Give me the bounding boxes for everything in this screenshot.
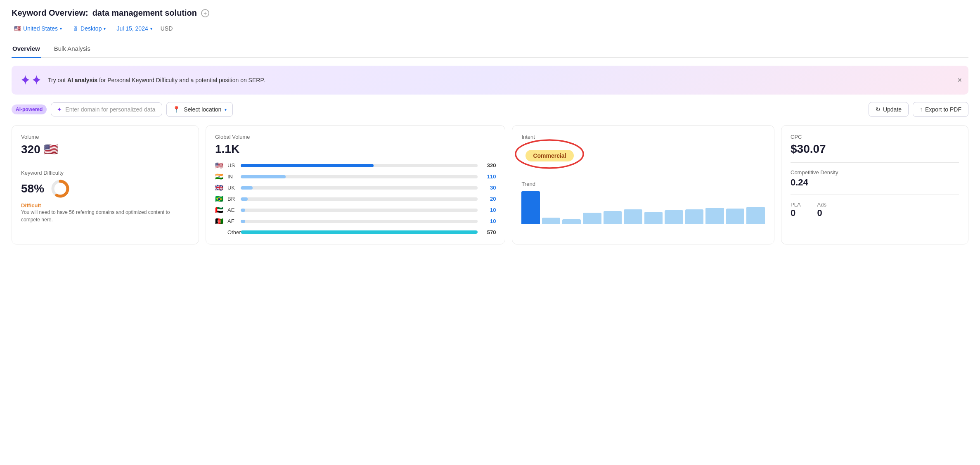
af-code: AF <box>227 218 237 224</box>
trend-bar-7 <box>665 210 683 224</box>
country-flag: 🇺🇸 <box>14 25 21 32</box>
country-row-other: 🏳 Other 570 <box>215 228 496 236</box>
uk-code: UK <box>227 185 237 191</box>
br-bar-bg <box>241 197 478 201</box>
br-code: BR <box>227 196 237 202</box>
date-label: Jul 15, 2024 <box>116 25 148 32</box>
trend-bar-11 <box>746 207 765 224</box>
global-volume-label: Global Volume <box>215 134 496 140</box>
in-code: IN <box>227 173 237 180</box>
ads-item: Ads 0 <box>817 202 826 218</box>
ai-controls-row: AI-powered ✦ Enter domain for personaliz… <box>12 102 968 117</box>
device-filter[interactable]: 🖥 Desktop ▾ <box>70 24 108 33</box>
tabs-row: Overview Bulk Analysis <box>12 41 968 58</box>
location-icon: 📍 <box>173 106 180 113</box>
country-row-br: 🇧🇷 BR 20 <box>215 195 496 203</box>
refresh-icon: ↻ <box>876 106 881 113</box>
kd-value: 58% <box>21 182 44 195</box>
ae-bar-fill <box>241 209 245 212</box>
ae-count: 10 <box>481 207 496 213</box>
uk-flag: 🇬🇧 <box>215 184 224 192</box>
cpc-metrics-card: CPC $30.07 Competitive Density 0.24 PLA … <box>781 125 968 244</box>
us-bar-fill <box>241 164 374 167</box>
country-row-ae: 🇦🇪 AE 10 <box>215 206 496 214</box>
country-label: United States <box>23 25 58 32</box>
pla-label: PLA <box>791 202 801 208</box>
other-count: 570 <box>481 229 496 235</box>
filter-row: 🇺🇸 United States ▾ 🖥 Desktop ▾ Jul 15, 2… <box>12 24 968 33</box>
global-volume-value: 1.1K <box>215 142 496 156</box>
trend-chart <box>521 191 765 224</box>
ai-banner-text: Try out AI analysis for Personal Keyword… <box>48 77 960 83</box>
update-button[interactable]: ↻ Update <box>869 102 909 117</box>
chevron-down-icon: ▾ <box>60 26 62 31</box>
export-label: Export to PDF <box>925 106 961 113</box>
kd-difficulty-label: Difficult <box>21 202 189 209</box>
trend-bar-0 <box>521 191 540 224</box>
domain-placeholder-text: Enter domain for personalized data <box>65 106 155 113</box>
uk-bar-bg <box>241 186 478 190</box>
other-bar-bg <box>241 230 478 234</box>
cpc-value: $30.07 <box>791 142 959 156</box>
trend-bar-9 <box>705 208 724 224</box>
trend-bar-2 <box>562 219 581 224</box>
update-label: Update <box>883 106 902 113</box>
trend-bar-10 <box>726 209 745 224</box>
competitive-density-label: Competitive Density <box>791 169 959 176</box>
sparkle-icon: ✦ <box>57 106 62 113</box>
location-select-button[interactable]: 📍 Select location ▾ <box>166 102 233 117</box>
trend-bar-4 <box>604 211 622 224</box>
intent-badge-wrap: Commercial <box>521 144 582 167</box>
global-volume-card: Global Volume 1.1K 🇺🇸 US 320 🇮🇳 IN <box>206 125 505 244</box>
us-bar-bg <box>241 164 478 167</box>
intent-section: Intent Commercial <box>521 134 765 167</box>
cpc-label: CPC <box>791 134 959 140</box>
tab-bulk-analysis[interactable]: Bulk Analysis <box>53 41 91 58</box>
kd-row: 58% <box>21 178 189 199</box>
us-count: 320 <box>481 162 496 168</box>
ae-flag: 🇦🇪 <box>215 206 224 214</box>
currency-label: USD <box>161 25 173 32</box>
kd-donut-chart <box>50 178 71 199</box>
add-keyword-button[interactable]: + <box>201 9 209 17</box>
ai-banner-close-button[interactable]: × <box>957 76 962 85</box>
uk-count: 30 <box>481 185 496 191</box>
trend-bar-1 <box>542 218 561 224</box>
trend-bar-3 <box>583 213 601 224</box>
br-bar-fill <box>241 197 248 201</box>
ads-label: Ads <box>817 202 826 208</box>
br-count: 20 <box>481 196 496 202</box>
export-icon: ↑ <box>920 106 923 113</box>
tab-overview[interactable]: Overview <box>12 41 41 58</box>
card-divider <box>21 163 189 163</box>
chevron-down-icon: ▾ <box>104 26 106 31</box>
country-filter[interactable]: 🇺🇸 United States ▾ <box>12 24 64 33</box>
country-rows: 🇺🇸 US 320 🇮🇳 IN 110 <box>215 161 496 236</box>
in-bar-fill <box>241 175 286 178</box>
device-icon: 🖥 <box>73 25 78 32</box>
chevron-down-icon: ▾ <box>150 26 152 31</box>
trend-bar-6 <box>644 212 663 224</box>
country-row-uk: 🇬🇧 UK 30 <box>215 184 496 192</box>
us-flag-icon: 🇺🇸 <box>44 142 58 156</box>
page-title-label: Keyword Overview: <box>12 8 88 18</box>
volume-kd-card: Volume 320 🇺🇸 Keyword Difficulty 58% Dif… <box>12 125 199 244</box>
country-row-af: 🇦🇫 AF 10 <box>215 217 496 225</box>
af-bar-fill <box>241 220 245 223</box>
intent-trend-divider <box>521 174 765 174</box>
ai-sparkle-icon: ✦✦ <box>20 72 42 88</box>
pla-value: 0 <box>791 208 801 218</box>
other-label: Other <box>227 229 237 235</box>
cpc-divider <box>791 162 959 163</box>
intent-trend-card: Intent Commercial Trend <box>512 125 774 244</box>
date-filter[interactable]: Jul 15, 2024 ▾ <box>114 24 154 33</box>
af-flag: 🇦🇫 <box>215 217 224 225</box>
trend-bar-5 <box>624 209 642 224</box>
ai-powered-badge: AI-powered <box>12 104 47 114</box>
domain-input[interactable]: ✦ Enter domain for personalized data <box>51 102 162 116</box>
export-button[interactable]: ↑ Export to PDF <box>913 102 968 117</box>
volume-label: Volume <box>21 134 189 140</box>
af-bar-bg <box>241 220 478 223</box>
us-code: US <box>227 162 237 168</box>
pla-item: PLA 0 <box>791 202 801 218</box>
